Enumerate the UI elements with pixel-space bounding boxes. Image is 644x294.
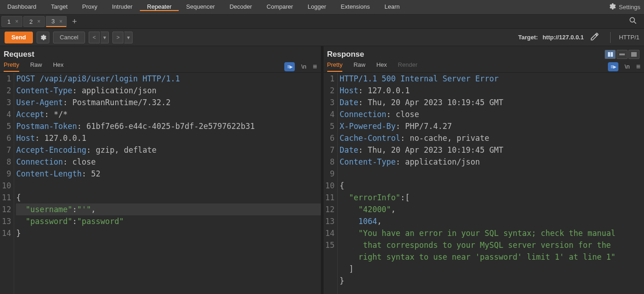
menu-item-learn[interactable]: Learn [377, 3, 407, 10]
settings-label[interactable]: Settings [619, 4, 640, 11]
response-title: Response [327, 50, 364, 59]
response-pane: Response PrettyRawHexRender ≡▸ \n ≡ 1234… [324, 46, 644, 294]
search-icon[interactable] [628, 19, 638, 27]
response-editor[interactable]: 123456789101112131415 HTTP/1.1 500 Inter… [324, 73, 644, 294]
code-line[interactable]: Date: Thu, 20 Apr 2023 10:19:45 GMT [340, 96, 644, 108]
code-line[interactable]: Accept-Encoding: gzip, deflate [16, 144, 320, 156]
close-icon[interactable]: × [37, 18, 40, 25]
subtab-render[interactable]: Render [398, 61, 418, 72]
code-line[interactable]: } [340, 275, 644, 287]
menu-bar: DashboardTargetProxyIntruderRepeaterSequ… [0, 0, 644, 15]
code-line[interactable]: Connection: close [16, 156, 320, 168]
history-back-button[interactable]: < [89, 32, 100, 43]
menu-item-sequencer[interactable]: Sequencer [179, 3, 222, 10]
action-bar: Send Cancel < ▾ > ▾ Target: http://127.0… [0, 29, 644, 46]
history-fwd-group: > ▾ [112, 32, 133, 43]
menu-item-extensions[interactable]: Extensions [334, 3, 378, 10]
history-forward-button[interactable]: > [112, 32, 123, 43]
wrap-toggle-icon[interactable]: \n [301, 63, 306, 70]
subtab-pretty[interactable]: Pretty [327, 61, 343, 72]
code-line[interactable]: X-Powered-By: PHP/7.4.27 [340, 120, 644, 132]
repeater-tab-2[interactable]: 2× [23, 16, 44, 27]
cancel-button[interactable]: Cancel [53, 32, 85, 43]
subtab-raw[interactable]: Raw [353, 61, 365, 72]
response-subtabs: PrettyRawHexRender ≡▸ \n ≡ [324, 59, 644, 73]
subtab-raw[interactable]: Raw [30, 61, 42, 72]
svg-line-1 [634, 21, 636, 24]
menu-item-repeater[interactable]: Repeater [140, 3, 179, 11]
target-label: Target: [518, 34, 539, 41]
svg-point-0 [630, 17, 634, 22]
code-line[interactable]: Host: 127.0.0.1 [340, 85, 644, 96]
code-line[interactable]: Date: Thu, 20 Apr 2023 10:19:45 GMT [340, 144, 644, 156]
gear-icon[interactable] [608, 2, 616, 12]
code-line[interactable]: right syntax to use near 'password' limi… [340, 251, 644, 263]
code-line[interactable]: Accept: */* [16, 108, 320, 120]
code-line[interactable]: that corresponds to your MySQL server ve… [340, 239, 644, 251]
target-url: http://127.0.0.1 [543, 34, 584, 41]
split-view: Request PrettyRawHex ≡▸ \n ≡ 12345678910… [0, 46, 644, 294]
repeater-tab-1[interactable]: 1× [1, 16, 22, 27]
request-editor[interactable]: 1234567891011121314 POST /vapi/api8/user… [0, 73, 321, 294]
subtab-pretty[interactable]: Pretty [4, 61, 19, 72]
close-icon[interactable]: × [59, 18, 63, 25]
code-line[interactable] [340, 168, 644, 180]
code-line[interactable]: Connection: close [340, 108, 644, 120]
code-line[interactable]: { [16, 192, 320, 203]
code-line[interactable]: } [16, 227, 320, 239]
wrap-toggle-icon[interactable]: \n [625, 63, 630, 70]
subtab-hex[interactable]: Hex [376, 61, 387, 72]
layout-stacked-button[interactable] [617, 50, 628, 59]
close-icon[interactable]: × [15, 18, 18, 25]
code-line[interactable]: "errorInfo":[ [340, 192, 644, 203]
code-line[interactable]: User-Agent: PostmanRuntime/7.32.2 [16, 96, 320, 108]
layout-switch [605, 50, 639, 59]
action-options-button[interactable] [37, 32, 49, 43]
menu-item-target[interactable]: Target [44, 3, 75, 10]
tab-strip: 1×2×3× + [0, 15, 644, 29]
menu-item-dashboard[interactable]: Dashboard [0, 3, 44, 10]
menu-item-logger[interactable]: Logger [300, 3, 333, 10]
code-line[interactable]: "password":"password" [16, 215, 320, 227]
menu-item-intruder[interactable]: Intruder [105, 3, 140, 10]
code-line[interactable] [16, 180, 320, 192]
code-line[interactable]: Content-Type: application/json [16, 85, 320, 96]
code-line[interactable]: "username":"'", [16, 203, 320, 215]
request-title: Request [4, 50, 34, 59]
menu-item-comparer[interactable]: Comparer [259, 3, 300, 10]
send-button[interactable]: Send [5, 32, 33, 43]
code-line[interactable]: Content-Type: application/json [340, 156, 644, 168]
code-line[interactable]: ] [340, 263, 644, 275]
pencil-icon[interactable] [587, 32, 602, 43]
request-subtabs: PrettyRawHex ≡▸ \n ≡ [0, 59, 321, 73]
code-line[interactable]: 1064, [340, 215, 644, 227]
request-pane: Request PrettyRawHex ≡▸ \n ≡ 12345678910… [0, 46, 321, 294]
response-actions-icon[interactable]: ≡▸ [608, 62, 618, 71]
code-line[interactable]: POST /vapi/api8/user/login HTTP/1.1 [16, 73, 320, 85]
menu-item-proxy[interactable]: Proxy [75, 3, 105, 10]
history-forward-dropdown[interactable]: ▾ [124, 32, 133, 43]
http-version[interactable]: HTTP/1 [619, 34, 639, 41]
repeater-tab-3[interactable]: 3× [46, 16, 67, 27]
code-line[interactable]: Postman-Token: 61bf7e66-e44c-4025-b7df-2… [16, 120, 320, 132]
layout-combined-button[interactable] [628, 50, 639, 59]
code-line[interactable]: { [340, 180, 644, 192]
menu-item-decoder[interactable]: Decoder [222, 3, 259, 10]
request-menu-icon[interactable]: ≡ [313, 63, 317, 71]
code-line[interactable]: "42000", [340, 203, 644, 215]
code-line[interactable]: "You have an error in your SQL syntax; c… [340, 227, 644, 239]
code-line[interactable]: Cache-Control: no-cache, private [340, 132, 644, 144]
add-tab-button[interactable]: + [68, 17, 82, 27]
subtab-hex[interactable]: Hex [53, 61, 64, 72]
response-menu-icon[interactable]: ≡ [636, 63, 640, 71]
layout-side-by-side-button[interactable] [605, 50, 616, 59]
code-line[interactable]: Host: 127.0.0.1 [16, 132, 320, 144]
code-line[interactable]: HTTP/1.1 500 Internal Server Error [340, 73, 644, 85]
request-actions-icon[interactable]: ≡▸ [284, 62, 295, 71]
code-line[interactable]: Content-Length: 52 [16, 168, 320, 180]
history-back-dropdown[interactable]: ▾ [101, 32, 109, 43]
history-back-group: < ▾ [89, 32, 109, 43]
